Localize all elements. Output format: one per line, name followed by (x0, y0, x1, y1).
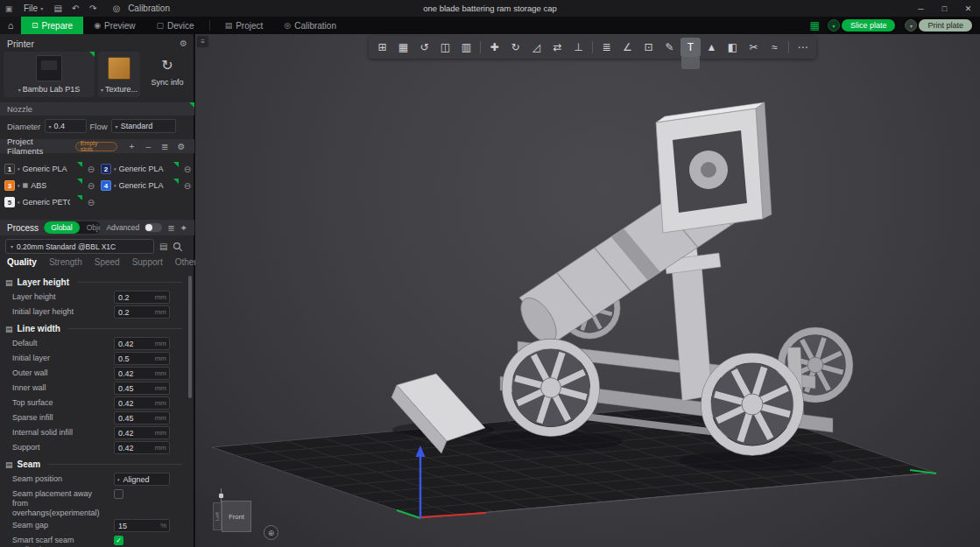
filament-exclude-icon[interactable]: ⊖ (85, 198, 97, 207)
redo-icon[interactable]: ↷ (84, 4, 102, 13)
param-group-header[interactable]: ▤Line width (0, 319, 189, 336)
multi-plate-icon[interactable]: ▦ (810, 19, 820, 32)
parameter-table-icon[interactable]: ≣ (167, 223, 174, 233)
filament-index-swatch[interactable]: 2 (101, 164, 111, 174)
param-input[interactable]: 0.42mm (114, 426, 170, 439)
filament-exclude-icon[interactable]: ⊖ (85, 181, 97, 191)
slice-options-caret-icon[interactable]: ▾ (828, 19, 840, 32)
process-preset-dropdown[interactable]: ▾ 0.20mm Standard @BBL X1C (5, 239, 154, 254)
build-plate-selector[interactable]: ▾Texture... (98, 52, 140, 97)
param-tab-speed[interactable]: Speed (95, 257, 120, 267)
add-plate-icon[interactable]: ⊞ (372, 38, 392, 57)
filament-exclude-icon[interactable]: ⊖ (181, 181, 194, 191)
flow-dropdown[interactable]: ▾ Standard (111, 119, 176, 133)
auto-orient-icon[interactable]: ↺ (414, 38, 434, 57)
filament-item[interactable]: 2▾Generic PLA (100, 162, 179, 176)
color-painting-icon[interactable]: ◧ (723, 38, 743, 57)
split-to-parts-icon[interactable]: ▥ (456, 38, 476, 57)
scale-icon[interactable]: ◿ (526, 38, 546, 57)
scrollbar-thumb[interactable] (188, 276, 192, 398)
file-menu[interactable]: File ▾ (18, 0, 49, 17)
seam-painting-icon[interactable]: ✎ (659, 38, 680, 57)
param-checkbox[interactable]: ✓ (114, 536, 123, 545)
close-button[interactable]: ✕ (956, 0, 980, 17)
print-options-caret-icon[interactable]: ▾ (905, 19, 917, 32)
orientation-left-face[interactable]: Left (213, 502, 222, 530)
measure-icon[interactable]: ∠ (617, 38, 638, 57)
tab-preview[interactable]: ◉ Preview (83, 17, 145, 34)
scope-global[interactable]: Global (44, 221, 80, 234)
filament-item[interactable]: 5▾Generic PETG (4, 195, 82, 209)
param-input[interactable]: 0.42mm (114, 396, 170, 410)
scope-objects[interactable]: Objects (80, 221, 102, 234)
move-icon[interactable]: ✚ (484, 38, 504, 57)
param-input[interactable]: 15% (114, 519, 170, 532)
viewport-3d-scene[interactable] (195, 34, 980, 547)
mirror-icon[interactable]: ⇄ (547, 38, 568, 57)
undo-icon[interactable]: ↶ (67, 4, 84, 13)
assembly-view-icon[interactable]: ⊡ (638, 38, 659, 57)
more-tools-icon[interactable]: ⋯ (793, 38, 813, 57)
param-checkbox[interactable] (114, 489, 123, 499)
battering-ram-model[interactable] (500, 102, 853, 455)
plate-icon[interactable]: ▤ (49, 4, 67, 13)
param-tab-support[interactable]: Support (132, 257, 163, 267)
param-group-header[interactable]: ▤Seam (0, 455, 189, 472)
maximize-button[interactable]: □ (933, 0, 956, 17)
home-button[interactable]: ⌂ (0, 17, 21, 34)
param-input[interactable]: 0.42mm (114, 337, 170, 350)
nozzle-diameter-dropdown[interactable]: ▾ 0.4 (45, 119, 87, 133)
filament-list-icon[interactable]: ≣ (159, 142, 171, 151)
collapse-sidebar-icon[interactable]: ≡ (197, 36, 208, 47)
filament-index-swatch[interactable]: 3 (4, 180, 15, 191)
save-preset-icon[interactable]: ▤ (159, 242, 167, 251)
variable-layer-height-icon[interactable]: ≣ (596, 38, 617, 57)
tab-prepare[interactable]: ⊡ Prepare (21, 17, 83, 34)
tab-device[interactable]: ▢ Device (146, 17, 205, 34)
param-scrollbar[interactable] (188, 276, 192, 543)
split-to-objects-icon[interactable]: ◫ (435, 38, 455, 57)
filament-index-swatch[interactable]: 4 (101, 180, 111, 191)
advanced-toggle[interactable] (145, 223, 162, 232)
param-input[interactable]: 0.45mm (114, 382, 170, 395)
filament-settings-gear-icon[interactable]: ⚙ (175, 142, 187, 151)
param-group-header[interactable]: ▤Layer height (0, 273, 189, 290)
slice-plate-button[interactable]: Slice plate (842, 19, 896, 32)
rotate-icon[interactable]: ↻ (505, 38, 525, 57)
param-tab-strength[interactable]: Strength (49, 257, 82, 267)
process-scope-toggle[interactable]: Global Objects (44, 221, 101, 234)
filament-item[interactable]: 3▾▦ABS (4, 179, 82, 193)
orientation-cube[interactable]: Front (222, 501, 251, 532)
filament-index-swatch[interactable]: 5 (4, 197, 15, 207)
tune-icon[interactable]: ✦ (180, 223, 187, 233)
param-input[interactable]: 0.5mm (114, 352, 170, 365)
viewport-3d[interactable]: ≡ ⊞▦↺◫▥✚↻◿⇄⊥≣∠⊡✎T▲◧✂≈⋯ (195, 34, 980, 547)
text-tool-icon[interactable]: T (680, 38, 701, 57)
calibration-menu[interactable]: ◎ Calibration (102, 0, 176, 17)
tab-calibration[interactable]: ◎ Calibration (273, 17, 347, 34)
camera-orbit-icon[interactable]: ⊕ (264, 525, 278, 540)
slider-knob[interactable] (219, 494, 223, 498)
filament-item[interactable]: 1▾Generic PLA (4, 162, 82, 176)
param-input[interactable]: 0.42mm (114, 367, 170, 380)
filament-exclude-icon[interactable]: ⊖ (85, 165, 97, 174)
print-plate-button[interactable]: Print plate (919, 19, 972, 32)
tab-project[interactable]: ▤ Project (215, 17, 274, 34)
param-input[interactable]: 0.42mm (114, 441, 170, 454)
minimize-button[interactable]: ─ (909, 0, 933, 17)
lay-on-face-icon[interactable]: ⊥ (568, 38, 589, 57)
filament-index-swatch[interactable]: 1 (4, 164, 15, 174)
printer-selector[interactable]: ▾Bambu Lab P1S (4, 52, 95, 97)
param-input[interactable]: 0.2mm (114, 305, 170, 319)
filament-item[interactable]: 4▾Generic PLA (100, 179, 179, 193)
printer-settings-gear-icon[interactable]: ⚙ (180, 39, 187, 48)
param-dropdown[interactable]: ▾Aligned (114, 473, 170, 486)
add-filament-icon[interactable]: + (126, 142, 138, 151)
param-input[interactable]: 0.45mm (114, 411, 170, 424)
param-input[interactable]: 0.2mm (114, 291, 170, 304)
orientation-widget[interactable]: Left Front (208, 492, 260, 536)
sync-info-button[interactable]: ↻ Sync info (144, 52, 191, 97)
arrange-icon[interactable]: ▦ (393, 38, 413, 57)
remove-filament-icon[interactable]: – (142, 142, 154, 151)
search-preset-icon[interactable] (173, 242, 183, 252)
